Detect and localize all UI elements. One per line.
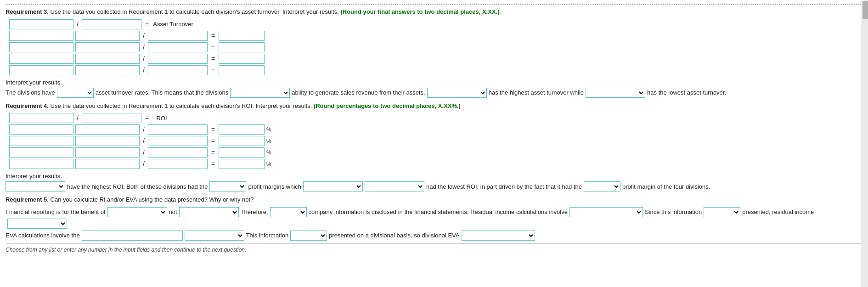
at-header-col1[interactable]: [9, 19, 73, 29]
roi-r3-c2[interactable]: [75, 147, 140, 158]
roi-slash-4: /: [141, 160, 146, 168]
roi-slash-1: /: [141, 126, 146, 133]
roi-r3-pct: %: [266, 149, 271, 156]
req4-interp-t3: had the lowest ROI, in part driven by th…: [426, 183, 582, 190]
req5-r1-t4: company information is disclosed in the …: [309, 208, 568, 215]
at-r3-c3[interactable]: [148, 54, 208, 64]
eva-dropdown-2[interactable]: [290, 231, 327, 241]
roi-r1-c3[interactable]: [148, 124, 208, 135]
req3-bold: Requirement 3.: [6, 8, 49, 15]
roi-r4-result[interactable]: [219, 159, 265, 169]
req3-dropdown-3[interactable]: [427, 88, 487, 98]
req4-dropdown-5[interactable]: [584, 181, 620, 191]
roi-r4-c1[interactable]: [9, 159, 73, 169]
at-row-1: / =: [9, 31, 862, 41]
req3-dropdown-1[interactable]: [57, 88, 94, 98]
at-r3-result[interactable]: [219, 54, 265, 64]
req4-dropdown-4[interactable]: [365, 181, 424, 191]
at-r3-c1[interactable]: [9, 54, 73, 64]
req4-dropdown-1[interactable]: [6, 181, 65, 191]
slash-0: /: [75, 21, 80, 28]
slash-3: /: [141, 55, 146, 62]
roi-r3-result[interactable]: [219, 147, 265, 158]
req5-r1-t6: presented, residual income: [742, 208, 814, 215]
req3-dropdown-2[interactable]: [230, 88, 290, 98]
roi-header-col1[interactable]: [9, 113, 73, 123]
at-r2-c1[interactable]: [9, 42, 73, 52]
roi-slash-3: /: [141, 149, 146, 156]
req5-dropdown-2[interactable]: [179, 207, 239, 217]
roi-r4-c2[interactable]: [75, 159, 140, 169]
roi-r2-result[interactable]: [219, 136, 265, 146]
eq-1: =: [209, 32, 217, 39]
at-r4-c1[interactable]: [9, 65, 73, 75]
req4-bold: Requirement 4.: [6, 102, 49, 109]
formula-header-row: / = Asset Turnover: [9, 19, 862, 29]
req5-dropdown-3[interactable]: [270, 207, 307, 217]
req5-r1-t2: not: [169, 208, 177, 215]
req5-row1: Financial reporting is for the benefit o…: [6, 207, 862, 217]
eq-3: =: [209, 55, 217, 62]
dotted-separator: [6, 4, 862, 5]
roi-r3-c1[interactable]: [9, 147, 73, 158]
roi-r2-c2[interactable]: [75, 136, 140, 146]
roi-r1-c2[interactable]: [75, 124, 140, 135]
at-r1-c3[interactable]: [148, 31, 208, 41]
req5-dropdown-1[interactable]: [107, 207, 167, 217]
req3-dropdown-4[interactable]: [586, 88, 645, 98]
at-r2-c2[interactable]: [75, 42, 140, 52]
at-header-label: Asset Turnover: [152, 21, 194, 28]
roi-header-col2[interactable]: [82, 113, 141, 123]
at-r2-c3[interactable]: [148, 42, 208, 52]
roi-r2-c3[interactable]: [148, 136, 208, 146]
roi-r4-pct: %: [266, 161, 271, 167]
roi-row-2: / = %: [9, 136, 862, 146]
req4-dropdown-2[interactable]: [209, 181, 246, 191]
req3-interp-t3: ability to generate sales revenue from t…: [292, 89, 425, 96]
at-r4-c3[interactable]: [148, 65, 208, 75]
eva-input-1[interactable]: [82, 231, 183, 241]
req4-interp-t1: have the highest ROI. Both of these divi…: [67, 183, 208, 190]
req5-dropdown-5[interactable]: [704, 207, 740, 217]
req5-dropdown-4[interactable]: [569, 207, 643, 217]
req4-header: Requirement 4. Use the data you collecte…: [6, 101, 862, 111]
at-r1-c2[interactable]: [75, 31, 140, 41]
roi-eq-2: =: [209, 137, 217, 145]
roi-r3-c3[interactable]: [148, 147, 208, 158]
at-r4-c2[interactable]: [75, 65, 140, 75]
eva-dropdown-1[interactable]: [185, 231, 244, 241]
at-r1-result[interactable]: [219, 31, 265, 41]
at-r3-c2[interactable]: [75, 54, 140, 64]
eva-dropdown-3[interactable]: [462, 231, 535, 241]
req3-interp-t5: has the lowest asset turnover.: [647, 89, 726, 96]
at-header-col2[interactable]: [82, 19, 141, 29]
eva-t1: EVA calculations involve the: [6, 232, 80, 239]
req5-header: Requirement 5. Can you calculate RI and/…: [6, 195, 862, 204]
asset-turnover-grid: / = Asset Turnover / = / = / =: [9, 19, 862, 75]
req4-dropdown-3[interactable]: [303, 181, 363, 191]
roi-r2-c1[interactable]: [9, 136, 73, 146]
eq-0: =: [143, 21, 151, 28]
roi-header-row: / = ROI: [9, 113, 862, 123]
req4-interp-t2: profit margins which: [248, 183, 301, 190]
at-r4-result[interactable]: [219, 65, 265, 75]
roi-eq-4: =: [209, 160, 217, 168]
req3-text: Use the data you collected in Requiremen…: [51, 8, 339, 15]
scrollbar[interactable]: [862, 0, 868, 287]
at-r1-c1[interactable]: [9, 31, 73, 41]
roi-r1-c1[interactable]: [9, 124, 73, 135]
req3-header: Requirement 3. Use the data you collecte…: [6, 7, 862, 17]
roi-r1-result[interactable]: [219, 124, 265, 135]
req5-dropdown-6[interactable]: [7, 219, 67, 229]
req5-row2: [7, 219, 862, 229]
scrollbar-thumb[interactable]: [862, 1, 868, 19]
eva-t3: presented on a divisional basis, so divi…: [329, 232, 459, 239]
req3-interp-t1: The divisions have: [6, 89, 55, 96]
at-r2-result[interactable]: [219, 42, 265, 52]
at-row-4: / =: [9, 65, 862, 75]
req4-interpret-label: Interpret your results.: [6, 173, 862, 180]
roi-eq-1: =: [209, 126, 217, 133]
roi-r2-pct: %: [266, 138, 271, 144]
req5-r1-t3: Therefore,: [241, 208, 268, 215]
roi-r4-c3[interactable]: [148, 159, 208, 169]
